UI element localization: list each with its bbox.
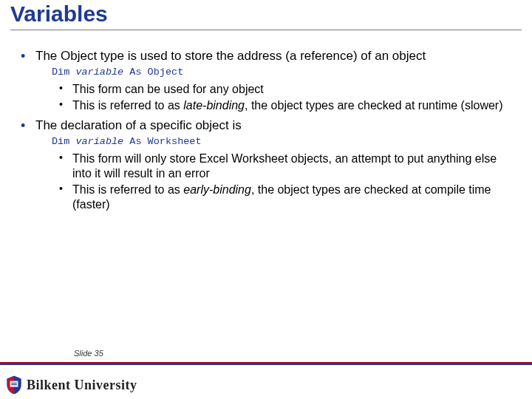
bullet-text: The declaration of a specific object is	[35, 118, 242, 132]
code-line: Dim variable As Worksheet	[52, 136, 513, 149]
footer-bar: Bilkent University	[0, 365, 532, 399]
svg-rect-0	[10, 381, 18, 387]
code-variable: variable	[75, 66, 123, 78]
slide: Variables The Object type is used to sto…	[0, 1, 532, 399]
crest-icon	[6, 375, 22, 395]
sub-bullet-item: This form will only store Excel Workshee…	[58, 151, 513, 181]
sub-bullet-item: This is referred to as late-binding, the…	[58, 98, 513, 113]
code-variable: variable	[75, 136, 123, 147]
emphasis-text: early-binding	[183, 183, 251, 196]
bullet-list: The Object type is used to store the add…	[19, 48, 513, 212]
sub-bullet-text: , the object types are checked at runtim…	[245, 99, 503, 112]
bullet-text: The Object type is used to store the add…	[35, 49, 426, 63]
sub-bullet-text: This is referred to as	[72, 183, 183, 196]
sub-bullet-list: This form can be used for any object Thi…	[58, 82, 513, 113]
emphasis-text: late-binding	[183, 99, 245, 112]
slide-footer: Slide 35 Bilkent University	[0, 362, 532, 399]
university-logo: Bilkent University	[6, 375, 137, 395]
sub-bullet-text: This is referred to as	[72, 99, 183, 112]
code-keyword: Dim	[52, 66, 75, 78]
bullet-item: The declaration of a specific object is …	[19, 117, 513, 212]
code-keyword: As Worksheet	[123, 136, 201, 147]
slide-number: Slide 35	[74, 349, 103, 358]
code-line: Dim variable As Object	[52, 66, 513, 79]
sub-bullet-item: This form can be used for any object	[58, 82, 513, 97]
sub-bullet-text: This form can be used for any object	[72, 83, 264, 95]
sub-bullet-text: This form will only store Excel Workshee…	[72, 152, 497, 180]
university-name: Bilkent University	[27, 378, 137, 393]
bullet-item: The Object type is used to store the add…	[19, 48, 513, 113]
sub-bullet-item: This is referred to as early-binding, th…	[58, 183, 513, 212]
code-keyword: Dim	[52, 136, 75, 147]
title-block: Variables	[0, 1, 532, 27]
sub-bullet-list: This form will only store Excel Workshee…	[58, 151, 513, 212]
svg-rect-1	[11, 383, 16, 383]
slide-title: Variables	[10, 1, 522, 27]
content-area: The Object type is used to store the add…	[0, 30, 532, 212]
code-keyword: As Object	[123, 66, 183, 78]
svg-rect-2	[11, 384, 16, 385]
